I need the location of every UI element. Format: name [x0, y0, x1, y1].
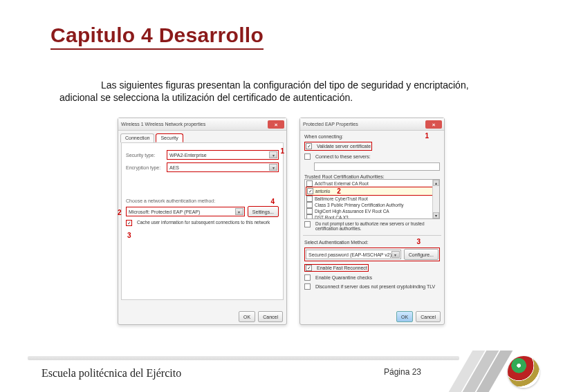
chevron-down-icon[interactable]: ▾: [391, 251, 400, 258]
select-encryption-type[interactable]: AES▾: [167, 162, 279, 172]
ok-button[interactable]: OK: [396, 311, 413, 322]
figures-row: Wireless 1 Wireless Network properties ×…: [118, 118, 445, 325]
close-icon[interactable]: ×: [268, 120, 284, 129]
titlebar: Protected EAP Properties ×: [300, 118, 444, 131]
cancel-button[interactable]: Cancel: [416, 311, 441, 322]
footer-school: Escuela politécnica del Ejército: [41, 367, 181, 380]
dialog-peap-properties: Protected EAP Properties × When connecti…: [299, 118, 445, 325]
footer-bar: [28, 356, 459, 360]
annotation-2: 2: [337, 187, 341, 195]
pane-security: Security type: WPA2-Enterprise▾ 1 Encryp…: [121, 142, 284, 300]
checkbox-noprompt[interactable]: [304, 221, 311, 227]
annotation-1: 1: [425, 132, 429, 140]
annotation-4: 4: [270, 198, 275, 205]
annotation-1: 1: [280, 147, 284, 155]
dialog-buttons: OK Cancel: [396, 311, 441, 322]
label-fast: Enable Fast Reconnect: [317, 265, 367, 270]
label-cache: Cache user information for subsequent co…: [137, 220, 279, 225]
slide: Capitulo 4 Desarrollo Las siguientes fig…: [0, 0, 563, 392]
list-ca[interactable]: AddTrust External CA Root ✓antonio 2 Bal…: [304, 179, 440, 219]
select-auth[interactable]: Secured password (EAP-MSCHAP v2)▾: [306, 250, 401, 259]
intro-paragraph: Las siguientes figuras presentan la conf…: [59, 80, 502, 104]
checkbox-disconnect[interactable]: [304, 283, 311, 290]
select-security-type[interactable]: WPA2-Enterprise▾: [167, 150, 279, 160]
checkbox-validate[interactable]: ✓: [306, 143, 312, 149]
annotation-2: 2: [118, 209, 122, 216]
annotation-3: 3: [416, 238, 421, 245]
chevron-down-icon[interactable]: ▾: [235, 208, 243, 215]
cancel-button[interactable]: Cancel: [258, 311, 283, 322]
ca-item: Baltimore CyberTrust Root: [315, 196, 368, 201]
tab-connection[interactable]: Connection: [120, 133, 154, 142]
annotation-3: 3: [127, 232, 131, 239]
tab-strip: Connection Security: [118, 133, 286, 142]
checkbox-quarantine[interactable]: [304, 274, 311, 281]
scroll-up-icon: ▴: [433, 180, 439, 186]
configure-button[interactable]: Configure...: [404, 249, 439, 260]
window-title: Wireless 1 Wireless Network properties: [121, 122, 205, 127]
input-servers[interactable]: [314, 162, 440, 171]
settings-button[interactable]: Settings...: [248, 206, 279, 217]
label-validate: Validate server certificate: [317, 144, 371, 149]
ca-item: DigiCert High Assurance EV Root CA: [315, 209, 389, 214]
footer-page-number: Página 23: [384, 367, 421, 377]
close-icon[interactable]: ×: [425, 120, 442, 129]
chapter-title: Capitulo 4 Desarrollo: [50, 24, 264, 50]
chevron-down-icon[interactable]: ▾: [269, 151, 277, 158]
ca-item: AddTrust External CA Root: [315, 181, 369, 186]
label-trusted: Trusted Root Certification Authorities:: [304, 174, 440, 179]
footer: Escuela politécnica del Ejército Página …: [0, 355, 563, 392]
dialog-buttons: OK Cancel: [239, 311, 283, 322]
checkbox-cache[interactable]: ✓: [126, 220, 132, 226]
label-security-type: Security type:: [126, 153, 164, 158]
school-logo-icon: [508, 356, 539, 388]
tab-security[interactable]: Security: [156, 133, 183, 142]
select-auth-method[interactable]: Microsoft: Protected EAP (PEAP)▾: [126, 207, 245, 216]
footer-diagonals: [411, 359, 522, 392]
ok-button[interactable]: OK: [239, 311, 255, 322]
checkbox-fast[interactable]: ✓: [306, 265, 312, 271]
label-quarantine: Enable Quarantine checks: [315, 275, 372, 280]
titlebar: Wireless 1 Wireless Network properties ×: [118, 118, 286, 131]
label-encryption-type: Encryption type:: [126, 165, 164, 170]
checkbox-connect-servers[interactable]: [304, 153, 311, 160]
scroll-down-icon: ▾: [433, 212, 439, 218]
label-disconnect: Disconnect if server does not present cr…: [315, 284, 435, 289]
ca-item: Class 3 Public Primary Certification Aut…: [315, 203, 404, 207]
label-connect-servers: Connect to these servers:: [315, 154, 371, 159]
label-when-connecting: When connecting:: [304, 134, 440, 139]
ca-item: DST Root CA X3: [315, 215, 349, 219]
scrollbar[interactable]: ▴▾: [432, 180, 439, 218]
window-title: Protected EAP Properties: [303, 122, 358, 127]
dialog-network-properties: Wireless 1 Wireless Network properties ×…: [118, 118, 287, 325]
chevron-down-icon[interactable]: ▾: [269, 164, 277, 171]
ca-item-selected: antonio: [315, 189, 330, 194]
label-auth-method: Choose a network authentication method:: [126, 198, 215, 203]
label-noprompt: Do not prompt user to authorize new serv…: [315, 221, 440, 231]
